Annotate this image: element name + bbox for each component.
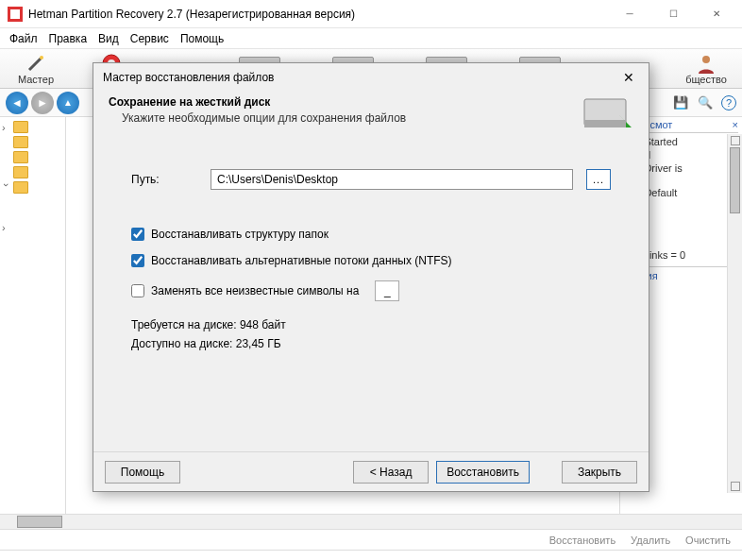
status-bar: Восстановление...: [0, 550, 742, 560]
svg-point-7: [702, 56, 710, 63]
svg-rect-1: [10, 9, 20, 19]
menubar: Файл Правка Вид Сервис Помощь: [0, 28, 742, 49]
folder-icon: [13, 166, 28, 178]
maximize-button[interactable]: ☐: [651, 0, 695, 28]
menu-help[interactable]: Помощь: [180, 32, 224, 45]
action-strip: Восстановить Удалить Очистить: [0, 529, 742, 550]
hard-drive-icon: [581, 95, 633, 131]
action-delete[interactable]: Удалить: [631, 535, 670, 546]
toolbar-wizard[interactable]: Мастер: [8, 53, 64, 85]
restore-button[interactable]: Восстановить: [436, 461, 530, 484]
svg-rect-13: [584, 120, 626, 127]
menu-service[interactable]: Сервис: [130, 32, 169, 45]
folder-icon: [13, 136, 28, 148]
search-icon[interactable]: 🔍: [697, 94, 714, 111]
help-button[interactable]: Помощь: [105, 461, 180, 484]
back-button[interactable]: < Назад: [353, 461, 429, 484]
nav-up-button[interactable]: ▲: [57, 92, 79, 114]
checkbox-restore-ntfs-streams[interactable]: [131, 254, 144, 267]
checkbox-replace-unknown-label: Заменять все неизвестные символы на: [151, 284, 359, 297]
svg-point-3: [40, 56, 43, 59]
vertical-scrollbar[interactable]: [727, 134, 742, 493]
window-title: Hetman Partition Recovery 2.7 (Незарегис…: [28, 8, 608, 21]
close-icon[interactable]: ×: [733, 119, 738, 130]
dialog-close-button[interactable]: ✕: [618, 67, 639, 88]
disk-available-text: Доступно на диске: 23,45 ГБ: [131, 337, 611, 350]
menu-view[interactable]: Вид: [98, 32, 119, 45]
checkbox-restore-structure[interactable]: [131, 228, 144, 241]
folder-tree[interactable]: › › ›: [0, 117, 66, 514]
toolbar-wizard-label: Мастер: [18, 74, 54, 85]
folder-icon: [13, 151, 28, 163]
replace-char-input[interactable]: [375, 280, 399, 301]
close-button[interactable]: Закрыть: [562, 461, 637, 484]
checkbox-replace-unknown[interactable]: [131, 284, 144, 297]
dialog-title: Мастер восстановления файлов: [103, 71, 274, 84]
dialog-subheading: Укажите необходимые опции для сохранения…: [109, 111, 406, 125]
horizontal-scrollbar[interactable]: [0, 514, 742, 529]
folder-icon: [13, 181, 28, 194]
person-icon: [696, 53, 717, 74]
menu-file[interactable]: Файл: [9, 32, 38, 45]
checkbox-restore-structure-label: Восстанавливать структуру папок: [151, 228, 329, 241]
help-icon[interactable]: ?: [721, 95, 736, 110]
wand-icon: [25, 53, 46, 74]
browse-button[interactable]: ...: [586, 169, 611, 190]
close-button[interactable]: ✕: [695, 0, 738, 28]
app-icon: [8, 7, 23, 22]
nav-back-button[interactable]: ◄: [6, 92, 28, 114]
path-label: Путь:: [131, 173, 197, 186]
menu-edit[interactable]: Правка: [49, 32, 88, 45]
checkbox-restore-ntfs-streams-label: Восстанавливать альтернативные потоки да…: [151, 254, 452, 267]
minimize-button[interactable]: ─: [608, 0, 651, 28]
save-icon[interactable]: 💾: [672, 94, 689, 111]
action-restore[interactable]: Восстановить: [549, 535, 616, 546]
disk-required-text: Требуется на диске: 948 байт: [131, 318, 611, 331]
toolbar-community[interactable]: бщество: [678, 53, 734, 85]
action-clear[interactable]: Очистить: [685, 535, 731, 546]
nav-forward-button[interactable]: ►: [31, 92, 54, 114]
svg-line-2: [29, 59, 41, 70]
recovery-wizard-dialog: Мастер восстановления файлов ✕ Сохранени…: [93, 62, 649, 492]
titlebar: Hetman Partition Recovery 2.7 (Незарегис…: [0, 0, 742, 28]
toolbar-community-label: бщество: [685, 74, 727, 85]
path-input[interactable]: [211, 169, 573, 190]
folder-icon: [13, 121, 28, 133]
dialog-heading: Сохранение на жесткий диск: [109, 95, 406, 109]
